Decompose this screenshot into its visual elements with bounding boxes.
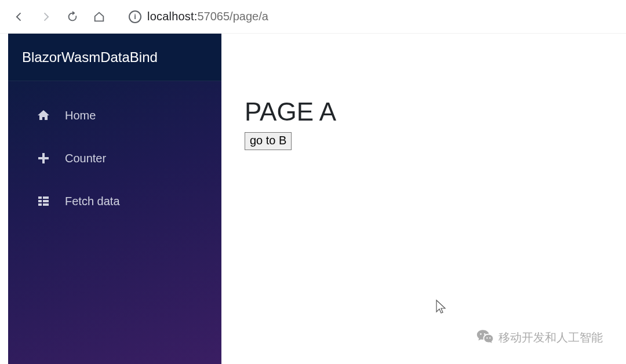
browser-toolbar: i localhost:57065/page/a (0, 0, 626, 34)
sidebar-item-label: Counter (65, 152, 106, 165)
sidebar-item-counter[interactable]: Counter (13, 138, 217, 179)
reload-button[interactable] (63, 7, 82, 27)
sidebar-item-home[interactable]: Home (13, 95, 217, 136)
site-info-icon[interactable]: i (129, 10, 141, 23)
sidebar-item-label: Home (65, 109, 96, 122)
url-path: 57065/page/a (198, 10, 268, 23)
forward-button[interactable] (36, 7, 56, 27)
home-icon (36, 108, 51, 123)
main-content: PAGE A go to B (221, 34, 626, 364)
watermark-text: 移动开发和人工智能 (498, 330, 603, 345)
list-icon (36, 194, 51, 209)
back-button[interactable] (9, 7, 29, 27)
go-to-b-button[interactable]: go to B (245, 132, 292, 150)
sidebar-brand[interactable]: BlazorWasmDataBind (8, 34, 221, 81)
sidebar-nav: Home Counter Fetch data (8, 81, 221, 235)
url-host: localhost: (147, 10, 198, 23)
home-button[interactable] (89, 7, 109, 27)
plus-icon (36, 151, 51, 166)
wechat-icon (476, 327, 494, 348)
sidebar-item-fetchdata[interactable]: Fetch data (13, 181, 217, 221)
sidebar: BlazorWasmDataBind Home Counter Fetch da… (8, 34, 221, 364)
address-bar[interactable]: i localhost:57065/page/a (121, 6, 617, 28)
app-container: BlazorWasmDataBind Home Counter Fetch da… (0, 34, 626, 364)
brand-label: BlazorWasmDataBind (22, 49, 158, 65)
sidebar-item-label: Fetch data (65, 195, 120, 208)
mouse-cursor-icon (435, 299, 447, 318)
page-title: PAGE A (245, 97, 603, 126)
watermark: 移动开发和人工智能 (476, 327, 603, 348)
